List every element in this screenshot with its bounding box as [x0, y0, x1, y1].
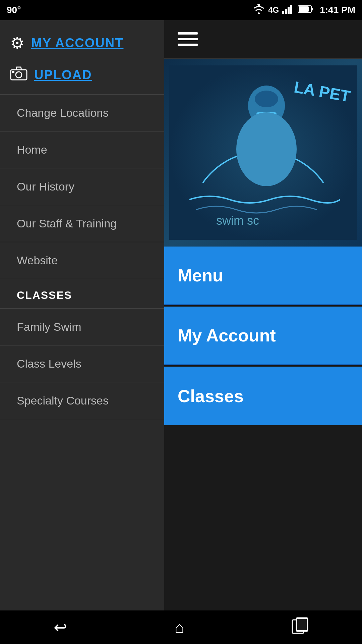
right-panel: LA PET swim sc Menu My Account Classes — [164, 20, 362, 644]
svg-point-12 — [16, 72, 22, 78]
back-button[interactable]: ↩ — [40, 614, 80, 640]
nav-item-family-swim[interactable]: Family Swim — [0, 309, 164, 345]
classes-header: CLASSES — [0, 279, 164, 308]
recents-button[interactable] — [278, 614, 322, 641]
home-label: Home — [17, 143, 47, 156]
my-account-quick-btn[interactable]: My Account — [164, 307, 362, 365]
nav-item-home[interactable]: Home — [0, 131, 164, 168]
right-header — [164, 20, 362, 59]
our-staff-training-label: Our Staff & Training — [17, 217, 117, 230]
signal-icon — [282, 4, 294, 16]
hamburger-line-3 — [178, 44, 198, 46]
nav-section: Change Locations Home Our History Our St… — [0, 95, 164, 644]
back-icon: ↩ — [54, 618, 67, 637]
status-right-icons: 4G 1:41 PM — [253, 4, 355, 16]
svg-rect-5 — [285, 9, 287, 14]
status-bar: 90° 4G — [0, 0, 362, 20]
specialty-courses-label: Specialty Courses — [17, 394, 109, 407]
upload-label: UPLOAD — [34, 68, 92, 82]
sidebar: ⚙ MY ACCOUNT UPLOAD Change Locations — [0, 20, 164, 644]
menu-quick-btn[interactable]: Menu — [164, 247, 362, 305]
hamburger-line-2 — [178, 38, 198, 40]
svg-text:swim sc: swim sc — [216, 214, 259, 227]
nav-item-our-staff-training[interactable]: Our Staff & Training — [0, 205, 164, 242]
camera-icon — [10, 66, 27, 84]
svg-rect-10 — [311, 8, 313, 10]
hamburger-line-1 — [178, 32, 198, 35]
bottom-navigation: ↩ ⌂ — [0, 610, 362, 644]
home-icon: ⌂ — [174, 618, 184, 637]
main-layout: ⚙ MY ACCOUNT UPLOAD Change Locations — [0, 20, 362, 644]
nav-item-our-history[interactable]: Our History — [0, 168, 164, 205]
svg-rect-4 — [282, 11, 284, 14]
upload-action[interactable]: UPLOAD — [10, 66, 154, 84]
my-account-btn-label: My Account — [178, 325, 276, 345]
recents-icon — [292, 617, 308, 638]
wifi-icon — [253, 4, 265, 16]
svg-rect-13 — [12, 71, 14, 73]
my-account-action[interactable]: ⚙ MY ACCOUNT — [10, 34, 154, 52]
svg-rect-6 — [288, 7, 290, 14]
menu-btn-label: Menu — [178, 265, 223, 285]
top-actions: ⚙ MY ACCOUNT UPLOAD — [0, 20, 164, 95]
svg-rect-24 — [297, 619, 307, 631]
temperature-display: 90° — [7, 5, 21, 15]
website-label: Website — [17, 254, 58, 267]
logo-area: LA PET swim sc — [164, 59, 362, 247]
change-locations-label: Change Locations — [17, 106, 109, 119]
nav-item-specialty-courses[interactable]: Specialty Courses — [0, 382, 164, 419]
svg-rect-9 — [299, 6, 309, 12]
nav-item-website[interactable]: Website — [0, 242, 164, 279]
nav-item-change-locations[interactable]: Change Locations — [0, 95, 164, 131]
my-account-label: MY ACCOUNT — [31, 36, 123, 50]
home-button[interactable]: ⌂ — [161, 615, 197, 640]
classes-title: CLASSES — [17, 289, 72, 301]
battery-icon — [298, 5, 314, 15]
gear-icon: ⚙ — [10, 34, 24, 52]
classes-quick-btn[interactable]: Classes — [164, 367, 362, 425]
class-levels-label: Class Levels — [17, 357, 81, 370]
our-history-label: Our History — [17, 180, 74, 193]
nav-item-class-levels[interactable]: Class Levels — [0, 345, 164, 382]
family-swim-label: Family Swim — [17, 320, 81, 333]
svg-point-17 — [255, 91, 278, 107]
svg-point-0 — [258, 12, 260, 14]
svg-point-19 — [236, 112, 297, 186]
classes-btn-label: Classes — [178, 386, 244, 406]
svg-rect-7 — [290, 5, 292, 14]
logo-svg: LA PET swim sc — [169, 65, 357, 240]
network-label: 4G — [268, 5, 279, 15]
quick-buttons: Menu My Account Classes — [164, 247, 362, 425]
time-display: 1:41 PM — [320, 5, 355, 15]
hamburger-button[interactable] — [174, 29, 201, 49]
